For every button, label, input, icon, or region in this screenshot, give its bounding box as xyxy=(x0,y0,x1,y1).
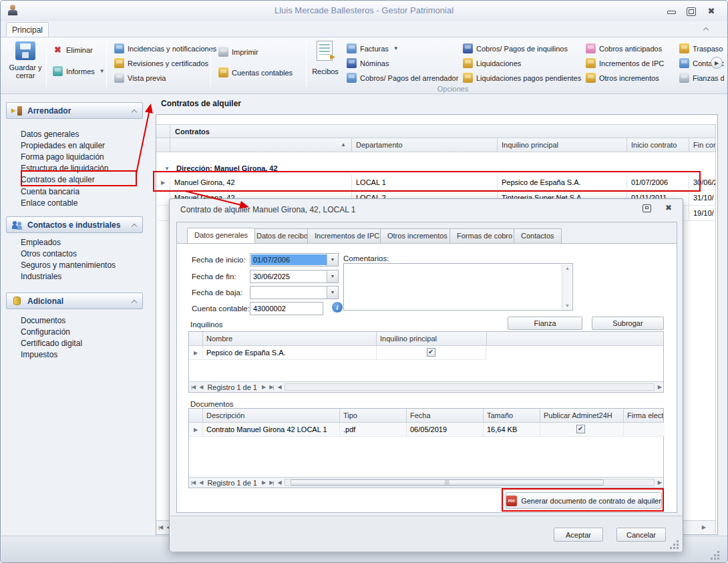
sidebar-item-documentos[interactable]: Documentos xyxy=(21,315,65,326)
header-cell-descripcion[interactable]: Descripción xyxy=(206,411,244,419)
table-row[interactable]: ▶ Contrato Manuel Girona 42 LOCAL 1 .pdf… xyxy=(189,423,665,437)
chevron-down-icon[interactable]: ▼ xyxy=(327,287,338,299)
cuenta-contable-input[interactable] xyxy=(251,303,319,314)
payroll-button[interactable]: Nóminas xyxy=(347,57,389,69)
landlord-payments-button[interactable]: Cobros/ Pagos del arrendador xyxy=(347,72,458,83)
fecha-fin-input[interactable] xyxy=(251,271,327,282)
pager-prev-icon[interactable] xyxy=(197,384,204,390)
fecha-fin-field[interactable]: ▼ xyxy=(250,270,339,283)
pending-settlements-button[interactable]: Liquidaciones pagos pendientes xyxy=(463,72,581,83)
cuenta-contable-field[interactable] xyxy=(250,302,323,315)
sidebar-item-seguros[interactable]: Seguros y mantenimientos xyxy=(21,259,116,270)
sidebar-item-datos-generales[interactable]: Datos generales xyxy=(21,128,79,140)
scroll-left-icon[interactable] xyxy=(275,480,283,486)
chevron-down-icon[interactable]: ▼ xyxy=(327,270,338,283)
pager-last-icon[interactable] xyxy=(267,384,275,390)
tab-principal[interactable]: Principal xyxy=(6,22,49,37)
scroll-right-icon[interactable] xyxy=(700,524,707,530)
generar-documento-button[interactable]: PDF Generar documento de contrato de alq… xyxy=(506,492,662,509)
header-cell-tipo[interactable]: Tipo xyxy=(343,411,357,419)
delete-button[interactable]: ✖Eliminar xyxy=(53,44,93,55)
info-icon[interactable]: i xyxy=(332,302,343,313)
sidebar-section-arrendador[interactable]: Arrendador xyxy=(6,102,143,119)
sidebar-item-cuenta-bancaria[interactable]: Cuenta bancaria xyxy=(21,186,79,197)
chevron-up-icon[interactable] xyxy=(703,26,709,31)
header-cell-nombre[interactable]: Nombre xyxy=(206,335,232,343)
pager-first-icon[interactable] xyxy=(156,524,164,530)
sidebar-item-configuracion[interactable]: Configuración xyxy=(21,326,70,337)
resize-grip-icon[interactable] xyxy=(670,540,679,550)
group-collapse-icon[interactable]: ▼ xyxy=(164,166,170,172)
fecha-baja-input[interactable] xyxy=(251,287,327,298)
tab-formas-cobro[interactable]: Formas de cobro xyxy=(449,228,520,243)
scroll-right-icon[interactable] xyxy=(656,480,663,486)
chevron-down-icon[interactable]: ▼ xyxy=(327,254,338,266)
fecha-inicio-field[interactable]: ▼ xyxy=(250,253,339,266)
header-cell-fecha[interactable]: Fecha xyxy=(410,411,431,419)
sidebar-item-certificado[interactable]: Certificado digital xyxy=(21,337,82,349)
header-cell-publicar[interactable]: Publicar Adminet24H xyxy=(544,411,612,419)
incidents-button[interactable]: Incidencias y notificaciones xyxy=(114,43,216,54)
pager-next-icon[interactable] xyxy=(260,384,267,390)
horizontal-scrollbar[interactable] xyxy=(285,479,655,486)
pager-next-icon[interactable] xyxy=(260,480,267,486)
scroll-right-icon[interactable] xyxy=(656,384,663,390)
cancelar-button[interactable]: Cancelar xyxy=(616,528,666,542)
close-icon[interactable]: ✖ xyxy=(706,7,717,15)
accounts-button[interactable]: Cuentas contables xyxy=(218,67,293,78)
restore-icon[interactable] xyxy=(686,7,697,15)
preview-button[interactable]: Vista previa xyxy=(114,72,166,83)
reports-button[interactable]: Informes▼ xyxy=(53,65,105,77)
header-cell-tamano[interactable]: Tamaño xyxy=(487,411,513,419)
sidebar-item-empleados[interactable]: Empleados xyxy=(21,236,61,248)
horizontal-scrollbar[interactable] xyxy=(285,383,655,391)
tab-datos-recibo[interactable]: Datos de recibo xyxy=(249,228,315,243)
header-cell-inicio[interactable]: Inicio contrato xyxy=(626,138,689,152)
header-cell-fin[interactable]: Fin contrato xyxy=(689,138,715,152)
sidebar-section-contactos[interactable]: Contactos e industriales xyxy=(6,216,143,233)
other-increments-button[interactable]: Otros incrementos xyxy=(586,72,659,83)
sidebar-item-impuestos[interactable]: Impuestos xyxy=(21,349,57,360)
sidebar-item-propiedades[interactable]: Propiedades en alquiler xyxy=(21,140,105,151)
pager-first-icon[interactable] xyxy=(189,384,197,390)
minimize-icon[interactable] xyxy=(666,7,677,15)
tab-otros-incrementos[interactable]: Otros incrementos xyxy=(380,228,455,243)
restore-icon[interactable] xyxy=(643,204,651,212)
fecha-baja-field[interactable]: ▼ xyxy=(250,286,339,299)
scroll-left-icon[interactable] xyxy=(275,384,283,390)
table-row[interactable]: ▶ Manuel Girona, 42 LOCAL 1 Pepsico de E… xyxy=(156,175,715,190)
pager-first-icon[interactable] xyxy=(189,480,197,486)
sidebar-section-adicional[interactable]: Adicional xyxy=(6,293,143,309)
group-row-label[interactable]: Dirección: Manuel Girona, 42 xyxy=(176,164,278,172)
checkbox-checked[interactable] xyxy=(576,425,585,433)
sidebar-item-otros-contactos[interactable]: Otros contactos xyxy=(21,248,77,259)
scrollbar-thumb[interactable] xyxy=(291,480,604,486)
tab-contactos[interactable]: Contactos xyxy=(514,228,562,243)
ipc-increments-button[interactable]: Incrementos de IPC xyxy=(586,57,664,69)
scroll-right-icon[interactable]: ▶ xyxy=(711,57,723,69)
close-icon[interactable]: ✖ xyxy=(665,203,672,212)
fecha-inicio-input[interactable] xyxy=(251,254,327,265)
tab-incrementos-ipc[interactable]: Incrementos de IPC xyxy=(307,228,387,243)
checkbox-checked[interactable] xyxy=(427,348,435,357)
comentarios-textarea[interactable] xyxy=(343,263,573,311)
fianza-button[interactable]: Fianza xyxy=(508,317,582,330)
header-cell-principal[interactable]: Inquilino principal xyxy=(380,335,437,343)
sidebar-item-estructura[interactable]: Estructura de liquidación xyxy=(21,162,108,174)
sidebar-item-enlace-contable[interactable]: Enlace contable xyxy=(21,197,77,208)
invoices-button[interactable]: Facturas▼ xyxy=(347,43,399,54)
tenant-payments-button[interactable]: Cobros/ Pagos de inquilinos xyxy=(463,43,568,54)
sidebar-item-forma-pago[interactable]: Forma pago liquidación xyxy=(21,151,104,162)
pager-last-icon[interactable] xyxy=(267,480,275,486)
header-cell-inquilino[interactable]: Inquilino principal xyxy=(497,138,626,152)
vertical-scrollbar[interactable] xyxy=(562,264,572,309)
subrogar-button[interactable]: Subrogar xyxy=(592,317,664,330)
aceptar-button[interactable]: Aceptar xyxy=(554,528,603,542)
pager-prev-icon[interactable] xyxy=(197,480,204,486)
header-cell-firma[interactable]: Firma electrónica xyxy=(627,411,663,419)
receipts-button[interactable]: Recibos xyxy=(308,39,343,85)
advance-collections-button[interactable]: Cobros anticipados xyxy=(586,43,662,54)
sidebar-item-industriales[interactable]: Industriales xyxy=(21,270,61,282)
settlements-button[interactable]: Liquidaciones xyxy=(463,57,521,69)
sidebar-item-contratos-alquiler[interactable]: Contratos de alquiler xyxy=(21,174,95,185)
